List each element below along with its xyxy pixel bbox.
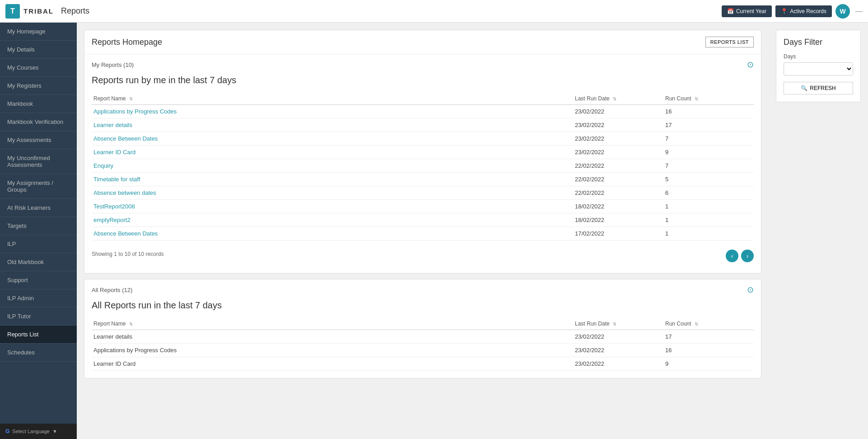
sort-icon-name: ⇅: [129, 96, 133, 101]
sidebar-item-my-assessments[interactable]: My Assessments: [0, 131, 77, 149]
report-link[interactable]: Learner details: [93, 122, 132, 128]
sidebar-item-markbook-verification[interactable]: Markbook Verification: [0, 113, 77, 131]
all-last-run-cell: 23/02/2022: [573, 344, 663, 357]
topbar: T TRIBAL Reports 📅 Current Year 📍 Active…: [0, 0, 868, 23]
sidebar-item-schedules[interactable]: Schedules: [0, 344, 77, 362]
sidebar-item-reports-list[interactable]: Reports List: [0, 326, 77, 344]
sidebar-item-support[interactable]: Support: [0, 271, 77, 289]
pagination-row: Showing 1 to 10 of 10 records ‹ ›: [92, 241, 754, 266]
my-reports-subtitle: Reports run by me in the last 7 days: [92, 73, 754, 85]
current-year-button[interactable]: 📅 Current Year: [722, 5, 772, 17]
all-col-last-run[interactable]: Last Run Date ⇅: [573, 318, 663, 330]
days-label: Days: [784, 53, 853, 60]
active-records-button[interactable]: 📍 Active Records: [775, 5, 832, 17]
last-run-cell: 22/02/2022: [573, 173, 663, 186]
center-panel: Reports Homepage REPORTS LIST My Reports…: [77, 23, 769, 439]
report-name-cell: Absence Between Dates: [92, 132, 573, 146]
sidebar-item-my-registers[interactable]: My Registers: [0, 77, 77, 95]
sidebar-item-targets[interactable]: Targets: [0, 217, 77, 235]
report-link[interactable]: Applications by Progress Codes: [93, 108, 177, 115]
prev-page-btn[interactable]: ‹: [726, 250, 738, 262]
all-reports-header: All Reports (12) ⊙: [92, 279, 754, 298]
layout: My HomepageMy DetailsMy CoursesMy Regist…: [0, 23, 868, 439]
window-controls: —: [855, 7, 863, 15]
sidebar-item-my-courses[interactable]: My Courses: [0, 59, 77, 77]
all-reports-count: All Reports (12): [92, 287, 132, 293]
sidebar-footer[interactable]: G Select Language ▼: [0, 424, 77, 439]
my-reports-collapse-btn[interactable]: ⊙: [747, 60, 754, 70]
table-row: Absence between dates 22/02/2022 6: [92, 186, 754, 200]
table-row: Learner ID Card 23/02/2022 9: [92, 146, 754, 159]
sidebar: My HomepageMy DetailsMy CoursesMy Regist…: [0, 23, 77, 439]
table-row: Applications by Progress Codes 23/02/202…: [92, 105, 754, 118]
last-run-cell: 18/02/2022: [573, 213, 663, 227]
run-count-cell: 1: [663, 200, 754, 213]
report-link[interactable]: Enquiry: [93, 162, 113, 169]
report-name-cell: Learner ID Card: [92, 146, 573, 159]
run-count-cell: 9: [663, 146, 754, 159]
all-run-count-cell: 16: [663, 344, 754, 357]
language-dropdown-icon[interactable]: ▼: [52, 429, 57, 434]
col-report-name[interactable]: Report Name ⇅: [92, 93, 573, 105]
reports-homepage-section: Reports Homepage REPORTS LIST My Reports…: [84, 30, 761, 274]
section-header: Reports Homepage REPORTS LIST: [84, 30, 761, 54]
sidebar-item-markbook[interactable]: Markbook: [0, 95, 77, 113]
sidebar-item-my-assignments-groups[interactable]: My Assignments / Groups: [0, 174, 77, 199]
main-content: Reports Homepage REPORTS LIST My Reports…: [77, 23, 868, 439]
all-report-name-cell: Applications by Progress Codes: [92, 344, 573, 357]
run-count-cell: 17: [663, 118, 754, 132]
pagination-controls: ‹ ›: [726, 244, 754, 264]
sidebar-item-my-homepage[interactable]: My Homepage: [0, 23, 77, 41]
sidebar-item-my-details[interactable]: My Details: [0, 41, 77, 59]
last-run-cell: 22/02/2022: [573, 159, 663, 173]
all-col-report-name[interactable]: Report Name ⇅: [92, 318, 573, 330]
logo-name: TRIBAL: [23, 7, 54, 15]
report-link[interactable]: Absence Between Dates: [93, 135, 158, 142]
report-link[interactable]: emptyReport2: [93, 217, 131, 223]
all-last-run-cell: 23/02/2022: [573, 330, 663, 344]
all-run-count-cell: 9: [663, 357, 754, 371]
all-sort-icon-runcount: ⇅: [695, 321, 698, 326]
my-reports-header: My Reports (10) ⊙: [92, 54, 754, 73]
report-name-cell: TestReport2008: [92, 200, 573, 213]
refresh-button[interactable]: 🔍 REFRESH: [784, 82, 853, 94]
all-reports-subtitle: All Reports run in the last 7 days: [92, 298, 754, 311]
user-avatar[interactable]: W: [835, 4, 850, 19]
all-col-run-count[interactable]: Run Count ⇅: [663, 318, 754, 330]
pagination-showing: Showing 1 to 10 of 10 records: [92, 251, 163, 257]
col-run-count[interactable]: Run Count ⇅: [663, 93, 754, 105]
run-count-cell: 1: [663, 227, 754, 241]
next-page-btn[interactable]: ›: [741, 250, 754, 262]
report-name-cell: Timetable for staff: [92, 173, 573, 186]
all-reports-collapse-btn[interactable]: ⊙: [747, 285, 754, 295]
table-row: Absence Between Dates 17/02/2022 1: [92, 227, 754, 241]
all-last-run-cell: 23/02/2022: [573, 357, 663, 371]
sidebar-item-ilp[interactable]: ILP: [0, 235, 77, 253]
reports-list-button[interactable]: REPORTS LIST: [705, 37, 754, 47]
all-sort-icon-name: ⇅: [129, 321, 133, 326]
all-reports-section: All Reports (12) ⊙ All Reports run in th…: [84, 279, 761, 378]
report-name-cell: emptyReport2: [92, 213, 573, 227]
sidebar-item-at-risk-learners[interactable]: At Risk Learners: [0, 199, 77, 217]
run-count-cell: 1: [663, 213, 754, 227]
sidebar-item-old-markbook[interactable]: Old Markbook: [0, 253, 77, 271]
right-panel: Days Filter Days 714306090 🔍 REFRESH: [769, 23, 868, 439]
report-link[interactable]: TestReport2008: [93, 203, 135, 210]
google-icon: G: [5, 428, 9, 434]
days-filter-title: Days Filter: [784, 38, 853, 47]
select-language-label[interactable]: Select Language: [12, 429, 50, 434]
report-link[interactable]: Absence Between Dates: [93, 230, 158, 237]
my-reports-section: My Reports (10) ⊙ Reports run by me in t…: [84, 54, 761, 273]
col-last-run[interactable]: Last Run Date ⇅: [573, 93, 663, 105]
report-link[interactable]: Timetable for staff: [93, 176, 140, 183]
report-name-cell: Enquiry: [92, 159, 573, 173]
days-select[interactable]: 714306090: [784, 62, 853, 76]
pin-icon: 📍: [781, 8, 788, 14]
table-row: emptyReport2 18/02/2022 1: [92, 213, 754, 227]
report-link[interactable]: Learner ID Card: [93, 149, 135, 156]
sidebar-item-my-unconfirmed-assessments[interactable]: My Unconfirmed Assessments: [0, 149, 77, 174]
page-title: Reports: [61, 6, 722, 16]
sidebar-item-ilp-tutor[interactable]: ILP Tutor: [0, 307, 77, 326]
report-link[interactable]: Absence between dates: [93, 189, 156, 196]
sidebar-item-ilp-admin[interactable]: ILP Admin: [0, 289, 77, 307]
